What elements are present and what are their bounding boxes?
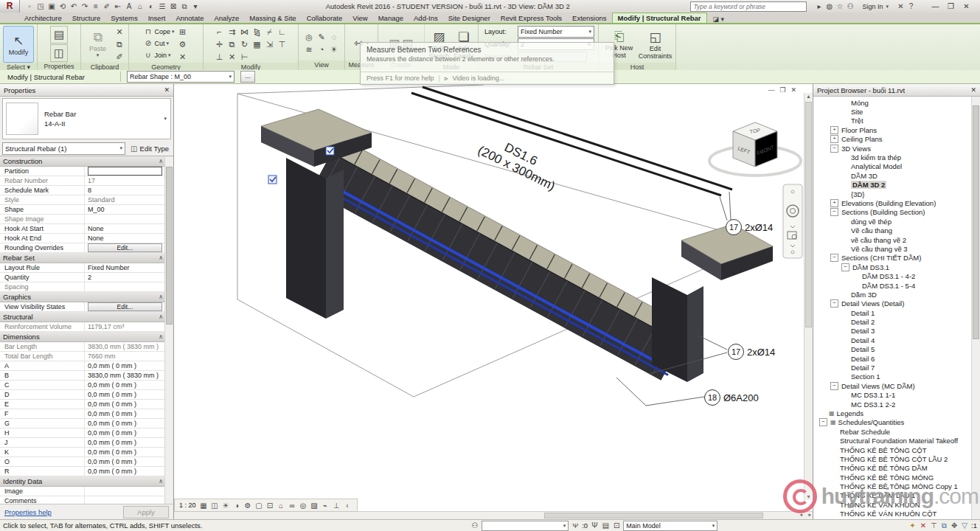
aligned-dimension-icon[interactable]: ⇤ <box>113 2 123 10</box>
scale-icon[interactable]: ⇲ <box>264 38 276 50</box>
beam-join-icon[interactable]: ⊞ <box>177 26 189 38</box>
delete-icon[interactable]: ✕ <box>226 51 238 63</box>
panel-toggle-icon[interactable]: ◪ ▾ <box>713 15 725 23</box>
reveal-constraints-icon[interactable]: ⊥ <box>332 502 341 510</box>
rebar-tag-17-top[interactable]: 17 2xØ14 <box>720 192 773 235</box>
edit-button[interactable]: Edit... <box>88 243 162 252</box>
tree-item-v-c-u-thang[interactable]: Vẽ cầu thang <box>813 226 980 235</box>
close-hidden-windows-icon[interactable]: ⊠ <box>168 2 178 10</box>
text-icon[interactable]: A <box>124 2 134 10</box>
tree-item-d-m-3d[interactable]: DẦM 3D <box>813 171 980 180</box>
new-icon[interactable]: ▫ <box>24 2 35 10</box>
tab-systems[interactable]: Systems <box>105 13 142 23</box>
tree-item-detail-2[interactable]: Detail 2 <box>813 317 980 326</box>
delete-icon[interactable]: ✕ <box>114 26 125 38</box>
mirror-draw-icon[interactable]: ⧎ <box>251 26 263 38</box>
canvas-hscrollbar[interactable]: ◂▸ <box>174 511 813 519</box>
visibility-icon[interactable]: ◎ <box>303 31 315 43</box>
edit-button[interactable]: Edit... <box>88 302 162 311</box>
pin-icon[interactable]: ⊤ <box>277 38 288 50</box>
join-button[interactable]: ∪Join▾ <box>143 49 174 60</box>
viewcube[interactable]: TOP LEFT FRONT <box>709 122 801 176</box>
tree-item-th-ng-k-b-t-ng-c-t[interactable]: THỐNG KÊ BÊ TÔNG CỘT <box>813 445 980 454</box>
collapse-viewbar-icon[interactable]: ‹ <box>343 502 352 510</box>
tree-item-d-m-3d-2[interactable]: DẦM 3D 2 <box>813 181 980 190</box>
temporary-view-properties-icon[interactable]: ▨ <box>310 502 319 510</box>
active-workset-icon[interactable]: ⚇ <box>471 521 478 530</box>
tree-item-legends[interactable]: ▦Legends <box>813 409 980 417</box>
tree-item-3d[interactable]: {3D} <box>813 190 980 198</box>
show-rendering-icon[interactable]: ⚙ <box>243 502 253 510</box>
tree-item-th-ng-k-b-t-ng-m-ng-copy-1[interactable]: THỐNG KÊ BÊ TÔNG MÓNG Copy 1 <box>813 482 980 490</box>
section-header[interactable]: Structural∧ <box>0 312 173 322</box>
customize-qat-icon[interactable]: ▾ <box>190 2 201 10</box>
tab-analyze[interactable]: Analyze <box>209 13 244 23</box>
demolish-icon[interactable]: ✕ <box>177 51 189 63</box>
show-crop-icon[interactable]: ⊡ <box>265 502 275 510</box>
properties-help-link[interactable]: Properties help <box>4 508 52 516</box>
tab-massing-site[interactable]: Massing & Site <box>244 13 301 23</box>
tree-item-section-1[interactable]: Section 1 <box>813 372 980 381</box>
type-selector[interactable]: Rebar Bar 14-A-II ▾ <box>2 98 171 139</box>
tree-item-sections-chi-ti-t-d-m[interactable]: −Sections (CHI TIẾT DẦM) <box>813 254 980 263</box>
undo-icon[interactable]: ↶ <box>69 2 79 10</box>
tab-structure[interactable]: Structure <box>67 13 106 23</box>
active-workset-select[interactable]: ▾ <box>482 521 569 531</box>
wall-join-icon[interactable]: ⚙ <box>177 38 189 50</box>
collapse-icon[interactable]: − <box>830 145 838 153</box>
help-icon[interactable]: ? <box>906 2 916 10</box>
sign-in-caret-icon[interactable]: ▾ <box>886 4 889 10</box>
expand-icon[interactable]: + <box>830 126 838 134</box>
tree-item-d-m-ds3-1-4-2[interactable]: DẦM DS3.1 - 4-2 <box>813 271 980 280</box>
restore-icon[interactable]: ❐ <box>946 2 956 10</box>
tree-item-detail-6[interactable]: Detail 6 <box>813 354 980 363</box>
a360-icon[interactable]: ✕ <box>896 2 906 10</box>
tree-item-d-ng-v-th-p[interactable]: dùng vẽ thép <box>813 217 980 226</box>
modify-button[interactable]: ↖ Modify <box>3 26 34 63</box>
copy-icon[interactable]: ⧉ <box>226 38 238 50</box>
app-menu-button[interactable]: R <box>0 0 20 13</box>
array-icon[interactable]: ▦ <box>251 38 263 50</box>
apply-button[interactable]: Apply <box>123 506 169 518</box>
exclude-options-icon[interactable]: ✕ <box>920 521 926 530</box>
tree-item-tr-t[interactable]: Trệt <box>813 117 980 125</box>
tab-insert[interactable]: Insert <box>143 13 171 23</box>
section-header[interactable]: Dimensions∧ <box>0 332 173 342</box>
tree-item-v-c-u-thang-v-3[interactable]: Vẽ cầu thang vẽ 3 <box>813 244 980 253</box>
select-links-icon[interactable]: ⧉ <box>942 521 947 530</box>
tab-extensions[interactable]: Extensions <box>567 13 611 23</box>
drawing-area[interactable]: — ❐ ✕ <box>174 84 813 519</box>
tree-item-d-m-3d[interactable]: Dầm 3D <box>813 290 980 299</box>
properties-close-icon[interactable]: ✕ <box>164 86 170 94</box>
lock-3d-view-icon[interactable]: ⌂ <box>277 502 286 510</box>
sign-in-label[interactable]: Sign In <box>862 3 883 10</box>
tree-item-site[interactable]: Site <box>813 107 980 116</box>
tree-item-ceiling-plans[interactable]: +Ceiling Plans <box>813 135 980 144</box>
open-icon[interactable]: ◳ <box>35 2 46 10</box>
tree-item-v-c-u-thang-v-2[interactable]: vẽ cầu thang vẽ 2 <box>813 235 980 244</box>
tree-item-schedules-quantities[interactable]: −▦Schedules/Quantities <box>813 418 980 427</box>
cut-button[interactable]: ⊘Cut▾ <box>143 38 174 49</box>
concrete-beam[interactable] <box>288 125 693 382</box>
section-header[interactable]: Rebar Set∧ <box>0 253 173 263</box>
cutaway-icon[interactable]: ◔ <box>316 44 327 55</box>
edit-constraints-button[interactable]: ◱ Edit Constraints <box>639 26 673 63</box>
tree-item-3d-ki-m-tra-th-p[interactable]: 3d kiểm tra thép <box>813 153 980 162</box>
tree-item-detail-1[interactable]: Detail 1 <box>813 308 980 317</box>
tree-item-d-m-ds3-1-5-4[interactable]: DẦM DS3.1 - 5-4 <box>813 281 980 290</box>
view-scale[interactable]: 1 : 20 <box>179 502 196 509</box>
element-filter-select[interactable]: Structural Rebar (1)▾ <box>2 142 125 155</box>
search-input[interactable] <box>690 1 807 12</box>
collapse-icon[interactable]: − <box>841 263 849 271</box>
collapse-icon[interactable]: − <box>830 382 838 390</box>
editing-requests-icon[interactable]: Ψ <box>572 521 578 530</box>
view-close-icon[interactable]: ✕ <box>790 86 796 94</box>
expand-icon[interactable]: + <box>830 135 838 143</box>
edit-type-button[interactable]: ◫ Edit Type <box>128 142 171 155</box>
edit-pinned-icon[interactable]: ⊤ <box>931 521 937 530</box>
match-type-icon[interactable]: ✐ <box>114 51 125 63</box>
tab-revit-express-tools[interactable]: Revit Express Tools <box>496 13 567 23</box>
tree-item-detail-views-mc-d-m[interactable]: −Detail Views (MC DẦM) <box>813 381 980 390</box>
linework-icon[interactable]: ≋ <box>303 44 315 55</box>
tree-item-detail-3[interactable]: Detail 3 <box>813 327 980 336</box>
